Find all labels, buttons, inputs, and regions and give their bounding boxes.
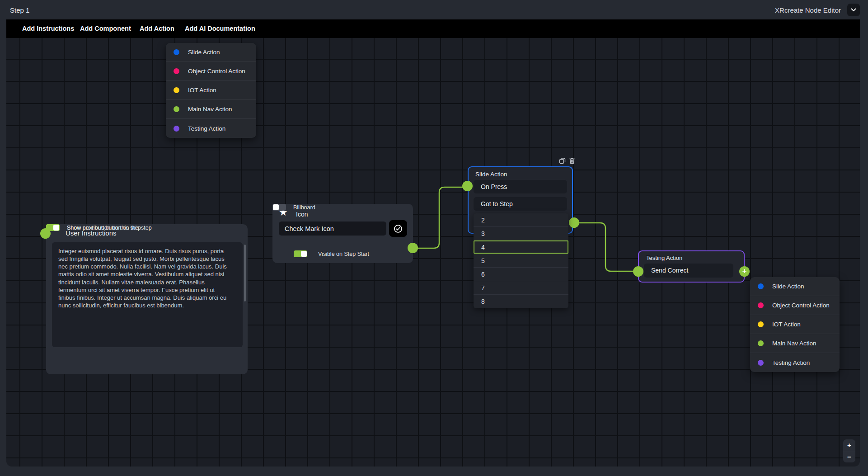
action-menu-item-label: Object Control Action	[772, 302, 830, 309]
add-output-button[interactable]: +	[739, 266, 750, 277]
canvas-context-action-menu: Slide Action Object Control Action IOT A…	[750, 277, 840, 372]
testing-action-row[interactable]: Send Correct	[644, 264, 733, 278]
action-color-dot	[758, 360, 764, 366]
action-menu-item[interactable]: Slide Action	[166, 43, 256, 62]
user-instructions-output-port[interactable]	[40, 228, 51, 239]
action-menu-item[interactable]: Testing Action	[166, 119, 256, 138]
billboard-toggle[interactable]	[272, 204, 286, 211]
editor-selector-label: XRcreate Node Editor	[775, 6, 841, 14]
action-menu-item-label: Testing Action	[188, 125, 225, 132]
editor-selector-dropdown-button[interactable]	[847, 4, 860, 16]
action-color-dot	[758, 302, 764, 308]
zoom-in-button[interactable]: +	[843, 439, 855, 451]
action-color-dot	[174, 68, 179, 74]
node-title: Slide Action	[475, 171, 507, 178]
action-menu-item[interactable]: IOT Action	[166, 81, 256, 100]
slide-action-event-row[interactable]: On Press	[474, 180, 567, 193]
goto-step-options-list: 2 3 4 5 6 7 8	[474, 213, 568, 308]
menu-item-add-instructions[interactable]: Add Instructions	[22, 19, 74, 38]
toggle-row-visible-on-start: Visible on Step Start	[294, 250, 369, 257]
action-menu-item[interactable]: Testing Action	[750, 353, 840, 372]
toggle-knob	[273, 204, 279, 210]
action-menu-item-label: IOT Action	[188, 87, 216, 94]
icon-name-input[interactable]	[279, 222, 386, 236]
add-action-dropdown-menu: Slide Action Object Control Action IOT A…	[166, 43, 256, 138]
action-menu-item[interactable]: IOT Action	[750, 315, 840, 334]
toolbar: Add Instructions Add Component Add Actio…	[6, 19, 860, 38]
node-user-instructions[interactable]: User Instructions Integer euismod placer…	[46, 224, 248, 374]
step-title: Step 1	[10, 6, 29, 14]
step-option[interactable]: 3	[474, 227, 568, 240]
action-color-dot	[174, 106, 179, 112]
toggle-row-billboard: Billboard	[272, 204, 315, 211]
action-menu-item[interactable]: Object Control Action	[166, 62, 256, 81]
chevron-down-icon	[851, 8, 856, 12]
node-title: Icon	[296, 211, 308, 218]
step-option[interactable]: 4	[474, 240, 568, 254]
toggle-knob	[301, 251, 307, 257]
check-circle-icon	[394, 224, 403, 233]
menu-item-add-component[interactable]: Add Component	[80, 19, 131, 38]
menu-item-add-action[interactable]: Add Action	[140, 19, 174, 38]
toggle-row-show-previous: Show previous button on this step	[46, 224, 152, 231]
testing-action-input-port[interactable]	[633, 266, 643, 277]
menu-item-add-ai-documentation[interactable]: Add AI Documentation	[185, 19, 255, 38]
toggle-label: Visible on Step Start	[318, 251, 369, 257]
action-menu-item-label: Object Control Action	[188, 68, 245, 75]
node-action-buttons	[559, 157, 575, 164]
action-menu-item-label: Slide Action	[188, 49, 220, 56]
delete-icon[interactable]	[569, 157, 575, 164]
step-option[interactable]: 5	[474, 254, 568, 268]
action-menu-item-label: Main Nav Action	[188, 106, 232, 113]
node-icon[interactable]: ★ Icon Visible on Step Start Billboard	[272, 204, 413, 263]
top-bar: Step 1 XRcreate Node Editor	[0, 0, 868, 19]
action-menu-item-label: Main Nav Action	[772, 340, 816, 347]
action-menu-item-label: IOT Action	[772, 321, 801, 328]
editor-selector: XRcreate Node Editor	[775, 3, 860, 17]
toggle-label: Billboard	[293, 204, 315, 211]
action-color-dot	[174, 87, 179, 93]
step-option[interactable]: 2	[474, 213, 568, 227]
slide-action-input-port[interactable]	[462, 181, 473, 191]
action-color-dot	[174, 126, 179, 132]
step-option[interactable]: 6	[474, 268, 568, 281]
duplicate-icon[interactable]	[559, 157, 566, 164]
action-color-dot	[758, 321, 764, 327]
action-menu-item[interactable]: Object Control Action	[750, 296, 840, 315]
action-menu-item-label: Testing Action	[772, 359, 810, 366]
confirm-icon-button[interactable]	[389, 220, 407, 237]
step-option[interactable]: 8	[474, 295, 568, 308]
textarea-scrollbar[interactable]	[244, 245, 246, 302]
action-color-dot	[758, 283, 764, 289]
action-menu-item[interactable]: Main Nav Action	[750, 334, 840, 353]
icon-output-port[interactable]	[408, 243, 418, 253]
slide-action-goto-step-row[interactable]: Got to Step	[474, 197, 567, 211]
action-color-dot	[758, 340, 764, 346]
action-color-dot	[174, 49, 179, 55]
zoom-out-button[interactable]: −	[843, 451, 855, 462]
step-option[interactable]: 7	[474, 281, 568, 295]
action-menu-item[interactable]: Slide Action	[750, 277, 840, 296]
node-testing-action[interactable]: Testing Action Send Correct +	[638, 250, 745, 283]
zoom-controls: + −	[843, 439, 855, 462]
instructions-textarea[interactable]: Integer euismod placerat risus id ornare…	[52, 242, 243, 347]
toggle-knob	[53, 225, 59, 231]
slide-action-output-port[interactable]	[569, 217, 579, 228]
action-menu-item[interactable]: Main Nav Action	[166, 100, 256, 119]
toggle-label: Show previous button on this step	[67, 225, 152, 231]
node-title: Testing Action	[646, 254, 682, 261]
action-menu-item-label: Slide Action	[772, 283, 804, 290]
visible-on-step-start-toggle[interactable]	[294, 250, 307, 257]
